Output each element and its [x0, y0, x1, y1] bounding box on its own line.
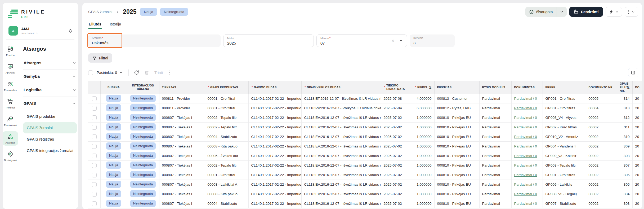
status-badge: Nauja — [106, 104, 121, 111]
column-settings-button[interactable] — [628, 68, 638, 77]
cell-gavimo-budas: CL140:1:2017-02-22 - Importuot — [248, 103, 301, 113]
document-link[interactable]: Pardavimai / 0 — [514, 144, 537, 148]
field-mėnuo[interactable]: Mėnuo*07✕ — [316, 34, 407, 47]
row-checkbox[interactable] — [92, 115, 97, 120]
row-checkbox[interactable] — [92, 125, 97, 130]
confirm-button[interactable]: Patvirtinti — [569, 7, 603, 17]
row-checkbox[interactable] — [92, 154, 97, 158]
cell-gpais-veiklos-budas: CL118:EV:2016-12-07 - Išvežimas iš LR vi… — [301, 161, 381, 170]
cell-integracijos-busena: Neintegruota — [127, 180, 159, 189]
status-badge: Neintegruota — [130, 181, 156, 188]
column-header-gpais-produktas[interactable]: *GPAIS PRODUKTAS — [205, 81, 248, 94]
column-header-dokumento-nr[interactable]: DOKUMENTO NR. — [586, 81, 617, 94]
breadcrumb[interactable]: GPAIS žurnalai — [88, 10, 112, 14]
rail-item-pirkimai[interactable]: Pirkimai — [3, 96, 18, 111]
rail-item-nustatymai[interactable]: Nustatymai — [3, 149, 18, 163]
tab-istorija[interactable]: Istorija — [109, 20, 122, 29]
document-link[interactable]: Pardavimai / 0 — [514, 163, 537, 167]
sidebar-item-gpais-registras[interactable]: GPAIS registras — [23, 134, 77, 145]
document-link[interactable]: Pardavimai / 0 — [514, 135, 537, 139]
sidebar-section-gamyba[interactable]: Gamyba — [23, 70, 77, 83]
column-header-gpais-veiklos-budas[interactable]: *GPAIS VEIKLOS BŪDAS — [301, 81, 381, 94]
trash-icon[interactable] — [144, 70, 149, 75]
document-link[interactable]: Pardavimai / 0 — [514, 125, 537, 129]
field-ketvirtis[interactable]: Ketvirtis3 — [410, 34, 455, 47]
sidebar-section-gpais[interactable]: GPAIS — [23, 97, 77, 110]
brand-sub: ERP — [21, 16, 45, 19]
field-srautas[interactable]: Srautas*Pakuotės — [88, 34, 221, 47]
cell-pirkejas: 000810 - Pirkėjas EU — [434, 142, 479, 151]
document-link[interactable]: Pardavimai / 0 — [514, 154, 537, 158]
refresh-icon[interactable] — [134, 70, 139, 75]
column-header-dok-data[interactable]: DO — [632, 81, 642, 94]
row-checkbox[interactable] — [92, 163, 97, 168]
cell-dok-data: 20 — [632, 170, 642, 180]
sum-icon[interactable]: Σ — [429, 85, 432, 90]
rail-item-personalas[interactable]: Personalas — [3, 79, 18, 93]
row-checkbox[interactable] — [92, 201, 97, 206]
rail-item-pardavimai[interactable]: Pardavimai — [3, 114, 18, 128]
rail-item-pradzia[interactable]: Pradžia — [3, 44, 18, 58]
document-link[interactable]: Pardavimai / 0 — [514, 202, 537, 206]
document-link[interactable]: Pardavimai / 0 — [514, 192, 537, 196]
column-header-select[interactable] — [88, 81, 100, 94]
cell-rysio-modulis: Pardavimai — [479, 199, 511, 208]
cell-pirkejas: 000810 - Pirkėjas EU — [434, 151, 479, 161]
saved-dropdown-chevron-icon[interactable] — [557, 10, 567, 14]
document-link[interactable]: Pardavimai / 0 — [514, 116, 537, 120]
row-checkbox[interactable] — [92, 134, 97, 139]
sum-icon[interactable]: Σ — [627, 85, 630, 90]
cell-kiekis: 1.000000 — [412, 113, 434, 123]
column-header-tiekimo-rinkai-data[interactable]: *TIEKIMO RINKAI DATA — [381, 81, 412, 94]
column-header-preke[interactable]: PREKĖ — [543, 81, 586, 94]
column-header-busena[interactable]: BŪSENA — [100, 81, 127, 94]
row-checkbox[interactable] — [92, 192, 97, 197]
sidebar-section-logistika[interactable]: Logistika — [23, 83, 77, 97]
row-checkbox[interactable] — [92, 96, 97, 101]
sidebar-item-gpais-žurnalai[interactable]: GPAIS žurnalai — [23, 122, 77, 133]
sidebar-section-atsargos[interactable]: Atsargos — [23, 56, 77, 70]
saved-split-button[interactable]: Išsaugota — [525, 7, 567, 17]
row-checkbox[interactable] — [92, 182, 97, 187]
cell-pirkejas: 000810 - Pirkėjas EU — [434, 123, 479, 132]
user-menu[interactable]: A AMJ SINGVAI13 — [6, 23, 74, 40]
chevron-down-icon[interactable] — [399, 38, 403, 42]
sidebar-item-gpais-produktai[interactable]: GPAIS produktai — [23, 111, 77, 122]
rivile-logo-icon — [8, 10, 18, 18]
selection-chevron-icon[interactable] — [119, 71, 123, 75]
column-header-rysio-modulis[interactable]: RYŠIO MODULIS — [479, 81, 511, 94]
status-badge: Nauja — [106, 200, 121, 207]
field-metai[interactable]: Metai2025 — [223, 34, 314, 47]
rail-item-label: Pirkimai — [6, 106, 15, 109]
clear-icon[interactable]: ✕ — [391, 38, 395, 43]
select-all-checkbox[interactable] — [88, 70, 93, 75]
tab-eilutės[interactable]: Eilutės — [88, 20, 102, 29]
column-header-dokumentas[interactable]: DOKUMENTAS — [511, 81, 543, 94]
row-checkbox[interactable] — [92, 173, 97, 177]
rail-item-atsargos[interactable]: Atsargos — [3, 131, 18, 146]
rail-item-apskaita[interactable]: Apskaita — [3, 61, 18, 76]
sidebar-item-gpais-integracijos-žurnalai[interactable]: GPAIS integracijos žurnalai — [23, 145, 77, 156]
document-link[interactable]: Pardavimai / 0 — [514, 173, 537, 177]
tab-bar: EilutėsIstorija — [82, 20, 642, 29]
more-actions-button[interactable] — [625, 7, 638, 17]
toolbar-kebab-icon[interactable] — [168, 71, 170, 75]
row-checkbox[interactable] — [92, 106, 97, 111]
quick-actions-button[interactable] — [606, 7, 622, 17]
column-header-gpais-eilut-nr[interactable]: GPAIS EILUT. NR.Σ — [617, 81, 632, 94]
document-link[interactable]: Pardavimai / 0 — [514, 182, 537, 186]
document-link[interactable]: Pardavimai / 0 — [514, 106, 537, 110]
column-header-integracijos-busena[interactable]: INTEGRACIJOS BŪSENA — [127, 81, 159, 94]
column-header-gavimo-budas[interactable]: *GAVIMO BŪDAS — [248, 81, 301, 94]
document-link[interactable]: Pardavimai / 0 — [514, 97, 537, 101]
column-header-tiekejas[interactable]: TIEKĖJAS — [159, 81, 205, 94]
row-checkbox[interactable] — [92, 144, 97, 149]
cell-gpais-eilut-nr: 308 — [617, 151, 632, 161]
delete-button-label[interactable]: Trinti — [154, 71, 163, 75]
column-header-pirkejas[interactable]: PIRKĖJAS — [434, 81, 479, 94]
cell-busena: Nauja — [100, 189, 127, 199]
column-header-kiekis[interactable]: *KIEKISΣ — [412, 81, 434, 94]
filters-button[interactable]: Filtrai — [88, 53, 112, 63]
cell-gavimo-budas: CL140:1:2017-02-22 - Importuot — [248, 123, 301, 132]
cell-tiekejas: 000807 - Tiekėjas I — [159, 151, 205, 161]
